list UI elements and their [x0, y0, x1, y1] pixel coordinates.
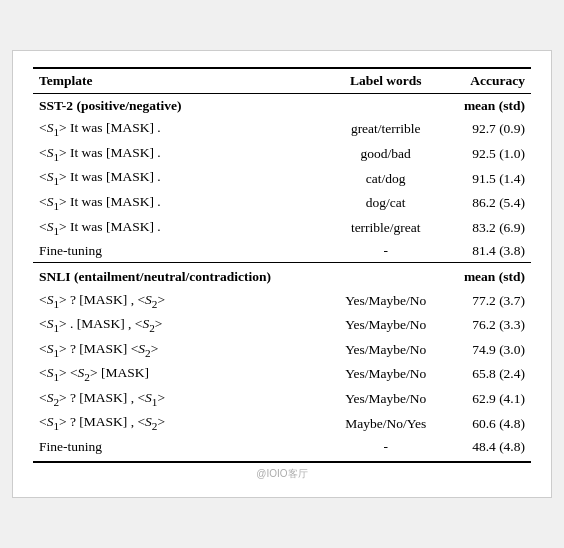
- accuracy-cell: 92.7 (0.9): [442, 117, 531, 142]
- table-row: Fine-tuning - 48.4 (4.8): [33, 436, 531, 462]
- table-row: <S1> It was [MASK] . good/bad 92.5 (1.0): [33, 142, 531, 167]
- sst2-header-template: SST-2 (positive/negative): [33, 94, 329, 118]
- table-row: <S1> It was [MASK] . cat/dog 91.5 (1.4): [33, 166, 531, 191]
- label-cell: Yes/Maybe/No: [329, 362, 442, 387]
- results-table: Template Label words Accuracy SST-2 (pos…: [33, 67, 531, 463]
- label-cell: Yes/Maybe/No: [329, 338, 442, 363]
- label-cell: terrible/great: [329, 216, 442, 241]
- label-cell: -: [329, 240, 442, 263]
- table-row: <S1> ? [MASK] , <S2> Yes/Maybe/No 77.2 (…: [33, 289, 531, 314]
- watermark: @IOIO客厅: [33, 467, 531, 481]
- accuracy-cell: 86.2 (5.4): [442, 191, 531, 216]
- table-header-row: Template Label words Accuracy: [33, 68, 531, 94]
- sst2-header-accuracy: mean (std): [442, 94, 531, 118]
- template-cell: <S1> It was [MASK] .: [33, 166, 329, 191]
- template-cell: <S1> It was [MASK] .: [33, 191, 329, 216]
- snli-header-template: SNLI (entailment/neutral/contradiction): [33, 263, 329, 289]
- accuracy-cell: 74.9 (3.0): [442, 338, 531, 363]
- table-row: <S1> <S2> [MASK] Yes/Maybe/No 65.8 (2.4): [33, 362, 531, 387]
- accuracy-cell: 91.5 (1.4): [442, 166, 531, 191]
- template-cell: Fine-tuning: [33, 436, 329, 462]
- sst2-header-label: [329, 94, 442, 118]
- template-cell: <S1> <S2> [MASK]: [33, 362, 329, 387]
- accuracy-cell: 65.8 (2.4): [442, 362, 531, 387]
- template-cell: <S1> It was [MASK] .: [33, 117, 329, 142]
- template-cell: <S1> ? [MASK] , <S2>: [33, 289, 329, 314]
- label-cell: Yes/Maybe/No: [329, 387, 442, 412]
- accuracy-cell: 76.2 (3.3): [442, 313, 531, 338]
- accuracy-cell: 60.6 (4.8): [442, 411, 531, 436]
- template-cell: <S1> ? [MASK] <S2>: [33, 338, 329, 363]
- template-cell: Fine-tuning: [33, 240, 329, 263]
- header-accuracy: Accuracy: [442, 68, 531, 94]
- table-row: <S1> It was [MASK] . great/terrible 92.7…: [33, 117, 531, 142]
- accuracy-cell: 62.9 (4.1): [442, 387, 531, 412]
- sst2-section-header: SST-2 (positive/negative) mean (std): [33, 94, 531, 118]
- label-cell: -: [329, 436, 442, 462]
- snli-section-header: SNLI (entailment/neutral/contradiction) …: [33, 263, 531, 289]
- template-cell: <S2> ? [MASK] , <S1>: [33, 387, 329, 412]
- accuracy-cell: 83.2 (6.9): [442, 216, 531, 241]
- accuracy-cell: 81.4 (3.8): [442, 240, 531, 263]
- table-row: <S1> It was [MASK] . terrible/great 83.2…: [33, 216, 531, 241]
- snli-header-label: [329, 263, 442, 289]
- table-row: <S1> ? [MASK] <S2> Yes/Maybe/No 74.9 (3.…: [33, 338, 531, 363]
- template-cell: <S1> It was [MASK] .: [33, 142, 329, 167]
- table-row: <S1> It was [MASK] . dog/cat 86.2 (5.4): [33, 191, 531, 216]
- label-cell: Yes/Maybe/No: [329, 289, 442, 314]
- table-row: Fine-tuning - 81.4 (3.8): [33, 240, 531, 263]
- label-cell: dog/cat: [329, 191, 442, 216]
- template-cell: <S1> ? [MASK] , <S2>: [33, 411, 329, 436]
- accuracy-cell: 92.5 (1.0): [442, 142, 531, 167]
- table-container: Template Label words Accuracy SST-2 (pos…: [12, 50, 552, 498]
- label-cell: Yes/Maybe/No: [329, 313, 442, 338]
- header-template: Template: [33, 68, 329, 94]
- label-cell: good/bad: [329, 142, 442, 167]
- accuracy-cell: 77.2 (3.7): [442, 289, 531, 314]
- table-row: <S2> ? [MASK] , <S1> Yes/Maybe/No 62.9 (…: [33, 387, 531, 412]
- table-row: <S1> ? [MASK] , <S2> Maybe/No/Yes 60.6 (…: [33, 411, 531, 436]
- accuracy-cell: 48.4 (4.8): [442, 436, 531, 462]
- snli-header-accuracy: mean (std): [442, 263, 531, 289]
- label-cell: great/terrible: [329, 117, 442, 142]
- template-cell: <S1> It was [MASK] .: [33, 216, 329, 241]
- template-cell: <S1> . [MASK] , <S2>: [33, 313, 329, 338]
- label-cell: cat/dog: [329, 166, 442, 191]
- table-row: <S1> . [MASK] , <S2> Yes/Maybe/No 76.2 (…: [33, 313, 531, 338]
- header-label-words: Label words: [329, 68, 442, 94]
- label-cell: Maybe/No/Yes: [329, 411, 442, 436]
